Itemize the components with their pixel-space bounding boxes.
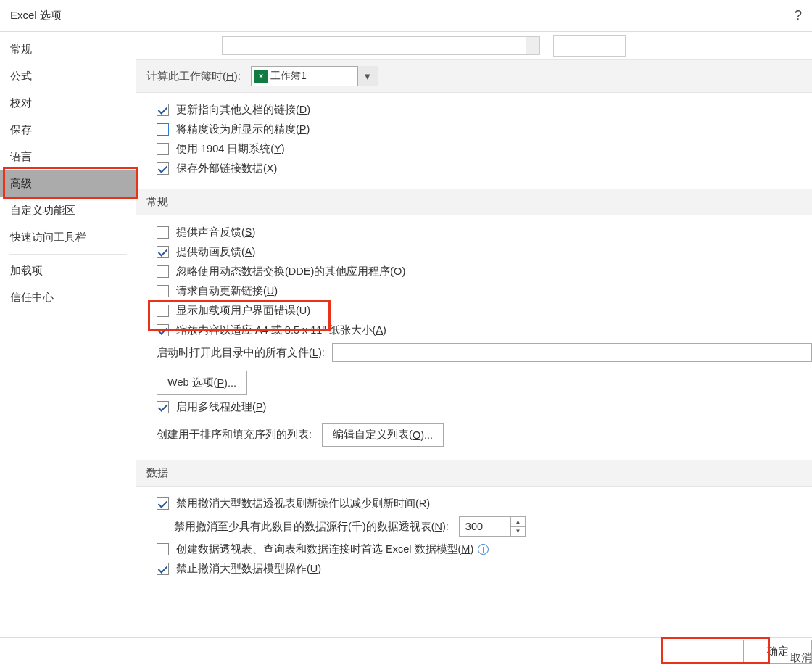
partial-input[interactable]: [222, 36, 526, 55]
opt-scale-paper[interactable]: 缩放内容以适应 A4 或 8.5 x 11" 纸张大小(A): [157, 321, 812, 340]
sidebar-item-proofing[interactable]: 校对: [0, 90, 136, 117]
opt-ignore-dde[interactable]: 忽略使用动态数据交换(DDE)的其他应用程序(O): [157, 262, 812, 281]
sidebar-item-label: 保存: [10, 123, 32, 136]
dialog-footer: 确定 取消: [0, 638, 812, 665]
sidebar-item-label: 自定义功能区: [10, 204, 75, 216]
cancel-button-partial[interactable]: 取消: [790, 651, 812, 665]
sidebar-item-general[interactable]: 常规: [0, 36, 136, 63]
partial-button[interactable]: [553, 35, 626, 57]
pivot-threshold-spinner[interactable]: 300 ▲ ▼: [459, 516, 526, 537]
opt-anim-feedback[interactable]: 提供动画反馈(A): [157, 242, 812, 262]
checkbox[interactable]: [157, 324, 169, 336]
checkbox[interactable]: [157, 104, 169, 116]
checkbox[interactable]: [157, 285, 169, 297]
opt-label: 提供动画反馈(A): [176, 245, 255, 259]
sidebar-item-advanced[interactable]: 高级: [0, 170, 136, 197]
checkbox[interactable]: [157, 246, 169, 258]
chevron-down-icon[interactable]: ▾: [357, 66, 378, 86]
options-content: 计算此工作簿时(H): X 工作簿1 ▾ 更新指向其他文档的链接(D): [136, 32, 812, 637]
section-header-label: 数据: [146, 466, 168, 480]
checkbox[interactable]: [157, 305, 169, 317]
opt-ask-auto-update-links[interactable]: 请求自动更新链接(U): [157, 281, 812, 301]
checkbox[interactable]: [157, 226, 169, 239]
opt-disable-undo-datamodel[interactable]: 禁止撤消大型数据模型操作(U): [157, 559, 812, 579]
spinner-value[interactable]: 300: [460, 517, 510, 536]
sidebar-item-label: 快速访问工具栏: [10, 231, 86, 243]
opt-label: 创建数据透视表、查询表和数据连接时首选 Excel 数据模型(M): [176, 542, 473, 556]
opt-addin-ui-errors[interactable]: 显示加载项用户界面错误(U): [157, 301, 812, 321]
checkbox[interactable]: [157, 543, 169, 555]
opt-sound-feedback[interactable]: 提供声音反馈(S): [157, 223, 812, 242]
opt-label: 显示加载项用户界面错误(U): [176, 304, 310, 318]
category-sidebar: 常规 公式 校对 保存 语言 高级 自定义功能区 快速访问工具栏 加载项 信任中…: [0, 32, 136, 637]
opt-label: 禁用撤消大型数据透视表刷新操作以减少刷新时间(R): [176, 497, 430, 511]
opt-prefer-data-model[interactable]: 创建数据透视表、查询表和数据连接时首选 Excel 数据模型(M) i: [157, 540, 812, 559]
checkbox[interactable]: [157, 497, 169, 510]
edit-custom-lists-button[interactable]: 编辑自定义列表(O)...: [322, 423, 444, 447]
opt-multithread[interactable]: 启用多线程处理(P): [157, 397, 812, 417]
sidebar-separator: [9, 254, 127, 255]
sidebar-item-quick-access[interactable]: 快速访问工具栏: [0, 224, 136, 251]
workbook-name: 工作簿1: [270, 70, 357, 83]
partial-dropdown-button[interactable]: [526, 36, 540, 55]
help-button[interactable]: ?: [795, 8, 802, 23]
excel-icon: X: [254, 70, 268, 83]
scrolled-off-section: [136, 32, 812, 59]
opt-disable-undo-pivot[interactable]: 禁用撤消大型数据透视表刷新操作以减少刷新时间(R): [157, 494, 812, 513]
checkbox[interactable]: [157, 143, 169, 155]
sidebar-item-label: 高级: [10, 177, 32, 189]
opt-update-links[interactable]: 更新指向其他文档的链接(D): [157, 100, 812, 120]
web-options-row: Web 选项(P)...: [157, 365, 812, 397]
info-icon[interactable]: i: [478, 544, 489, 555]
section-header-general: 常规: [136, 189, 812, 215]
sidebar-item-label: 常规: [10, 43, 32, 55]
sidebar-item-label: 信任中心: [10, 291, 54, 303]
section-header-data: 数据: [136, 460, 812, 487]
section-header-label: 计算此工作簿时(H):: [146, 70, 241, 83]
sidebar-item-addins[interactable]: 加载项: [0, 257, 136, 284]
sidebar-item-label: 加载项: [10, 264, 43, 276]
opt-label: 保存外部链接数据(X): [176, 162, 277, 175]
sidebar-item-language[interactable]: 语言: [0, 144, 136, 170]
startup-folder-label: 启动时打开此目录中的所有文件(L):: [157, 346, 325, 360]
checkbox[interactable]: [157, 265, 169, 278]
spinner-down-button[interactable]: ▼: [511, 527, 525, 537]
checkbox[interactable]: [157, 123, 169, 136]
opt-label: 忽略使用动态数据交换(DDE)的其他应用程序(O): [176, 265, 405, 278]
sidebar-item-label: 公式: [10, 70, 32, 82]
workbook-selector[interactable]: X 工作簿1 ▾: [251, 66, 378, 86]
opt-label: 更新指向其他文档的链接(D): [176, 103, 310, 117]
sidebar-item-trust-center[interactable]: 信任中心: [0, 284, 136, 311]
opt-label: 禁止撤消大型数据模型操作(U): [176, 562, 321, 576]
opt-save-ext-links[interactable]: 保存外部链接数据(X): [157, 159, 812, 178]
opt-label: 提供声音反馈(S): [176, 226, 255, 239]
web-options-button[interactable]: Web 选项(P)...: [157, 371, 247, 395]
opt-1904-date[interactable]: 使用 1904 日期系统(Y): [157, 139, 812, 159]
section-header-label: 常规: [146, 195, 168, 209]
checkbox[interactable]: [157, 401, 169, 413]
opt-label: 将精度设为所显示的精度(P): [176, 123, 310, 136]
startup-folder-row: 启动时打开此目录中的所有文件(L):: [157, 340, 812, 365]
sidebar-item-formulas[interactable]: 公式: [0, 63, 136, 90]
section-header-calc: 计算此工作簿时(H): X 工作簿1 ▾: [136, 59, 812, 93]
checkbox[interactable]: [157, 162, 169, 175]
opt-label: 启用多线程处理(P): [176, 400, 266, 414]
dialog-title: Excel 选项: [10, 9, 62, 22]
opt-label: 缩放内容以适应 A4 或 8.5 x 11" 纸张大小(A): [176, 323, 386, 337]
dialog-titlebar: Excel 选项 ?: [0, 0, 812, 32]
sidebar-item-label: 校对: [10, 96, 32, 109]
startup-folder-input[interactable]: [332, 343, 812, 362]
opt-label: 请求自动更新链接(U): [176, 284, 278, 298]
sidebar-item-customize-ribbon[interactable]: 自定义功能区: [0, 197, 136, 224]
pivot-threshold-label: 禁用撤消至少具有此数目的数据源行(千)的数据透视表(N):: [174, 520, 449, 534]
spinner-up-button[interactable]: ▲: [511, 517, 525, 527]
custom-lists-row: 创建用于排序和填充序列的列表: 编辑自定义列表(O)...: [157, 417, 812, 450]
checkbox[interactable]: [157, 563, 169, 575]
custom-lists-label: 创建用于排序和填充序列的列表:: [157, 428, 312, 442]
pivot-threshold-row: 禁用撤消至少具有此数目的数据源行(千)的数据透视表(N): 300 ▲ ▼: [157, 513, 812, 540]
sidebar-item-save[interactable]: 保存: [0, 117, 136, 144]
opt-precision[interactable]: 将精度设为所显示的精度(P): [157, 120, 812, 139]
opt-label: 使用 1904 日期系统(Y): [176, 142, 285, 156]
sidebar-item-label: 语言: [10, 150, 32, 162]
